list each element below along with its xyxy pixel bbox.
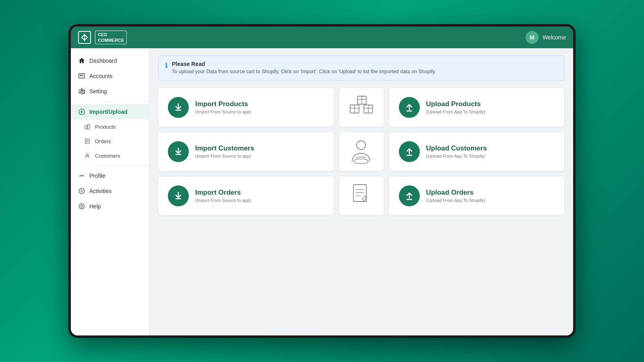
orders-icon	[84, 138, 91, 145]
sidebar-sub-customers[interactable]: Customers	[71, 148, 149, 163]
upload-orders-card[interactable]: Upload Orders (Upload From App To Shopif…	[389, 177, 565, 215]
upload-customers-label: Upload Customers (Upload From App To Sho…	[426, 144, 487, 158]
cards-row-1: Import Products (Import From Source to a…	[158, 88, 564, 127]
import-orders-card[interactable]: Import Orders (Import From Source to app…	[158, 177, 334, 215]
svg-marker-0	[82, 35, 85, 40]
logo-text: CED COMMERCE	[95, 31, 127, 45]
cards-row-3: Import Orders (Import From Source to app…	[158, 177, 564, 215]
sidebar-item-dashboard[interactable]: Dashboard	[71, 53, 149, 68]
settings-icon	[78, 88, 85, 95]
notice-text: Please Read To upload your Data from sou…	[172, 61, 436, 76]
welcome-text: Welcome	[543, 34, 566, 41]
products-icon	[84, 123, 91, 130]
sidebar-divider-1	[71, 101, 149, 102]
sidebar: Dashboard Accounts	[71, 48, 149, 335]
import-orders-icon	[168, 185, 189, 206]
upload-orders-icon	[399, 185, 420, 206]
header-right: M Welcome	[526, 31, 566, 44]
upload-products-label: Upload Products (Upload From App To Shop…	[426, 100, 485, 114]
sidebar-item-profile[interactable]: Profile	[71, 168, 149, 183]
boxes-image-card	[339, 88, 384, 127]
import-orders-label: Import Orders (Import From Source to app…	[195, 189, 251, 203]
sidebar-item-setting[interactable]: Setting	[71, 84, 149, 99]
profile-icon	[78, 172, 85, 179]
tablet-inner: CED COMMERCE M Welcome Dashboa	[71, 27, 573, 335]
svg-point-17	[81, 206, 83, 208]
tablet-frame: CED COMMERCE M Welcome Dashboa	[68, 24, 576, 338]
import-customers-card[interactable]: Import Customers (Import From Source to …	[158, 132, 334, 171]
sidebar-item-help[interactable]: Help	[71, 199, 149, 214]
help-icon	[78, 203, 85, 210]
upload-products-icon	[399, 97, 420, 118]
svg-marker-1	[85, 35, 87, 40]
import-customers-label: Import Customers (Import From Source to …	[195, 144, 254, 158]
logo-area: CED COMMERCE	[78, 31, 127, 45]
cards-row-2: Import Customers (Import From Source to …	[158, 132, 564, 171]
upload-customers-card[interactable]: Upload Customers (Upload From App To Sho…	[389, 132, 565, 171]
import-products-card[interactable]: Import Products (Import From Source to a…	[158, 88, 334, 127]
svg-rect-35	[353, 185, 366, 202]
activities-icon	[78, 187, 85, 195]
svg-rect-7	[85, 125, 87, 129]
svg-rect-8	[88, 124, 90, 129]
upload-products-card[interactable]: Upload Products (Upload From App To Shop…	[389, 88, 565, 127]
sidebar-sub-orders[interactable]: Orders	[71, 134, 149, 148]
svg-point-31	[357, 141, 365, 150]
import-products-label: Import Products (Import From Source to a…	[195, 100, 251, 114]
document-image-card	[339, 177, 384, 215]
notice-bar: ℹ Please Read To upload your Data from s…	[158, 56, 564, 81]
content-area: ℹ Please Read To upload your Data from s…	[149, 48, 573, 335]
upload-orders-label: Upload Orders (Upload From App To Shopif…	[426, 189, 485, 203]
sidebar-item-activities[interactable]: Activities	[71, 183, 149, 199]
header: CED COMMERCE M Welcome	[71, 27, 573, 48]
import-icon	[78, 108, 85, 115]
svg-point-15	[81, 190, 83, 192]
sidebar-sub-products[interactable]: Products	[71, 119, 149, 134]
main-layout: Dashboard Accounts	[71, 48, 573, 335]
svg-point-13	[87, 154, 89, 156]
person-image-card	[339, 132, 384, 171]
import-products-icon	[168, 97, 189, 118]
home-icon	[78, 57, 85, 64]
svg-rect-3	[80, 75, 82, 76]
info-icon: ℹ	[165, 61, 168, 70]
account-icon	[78, 72, 85, 80]
svg-point-14	[79, 189, 85, 194]
avatar: M	[526, 31, 539, 44]
logo-icon	[78, 31, 91, 44]
sidebar-divider-2	[71, 165, 149, 166]
svg-point-32	[354, 159, 368, 164]
import-customers-icon	[168, 141, 189, 162]
sidebar-item-import-upload[interactable]: Import/Upload	[71, 104, 149, 119]
sidebar-item-accounts[interactable]: Accounts	[71, 68, 149, 84]
upload-customers-icon	[399, 141, 420, 162]
customers-icon	[84, 152, 91, 159]
